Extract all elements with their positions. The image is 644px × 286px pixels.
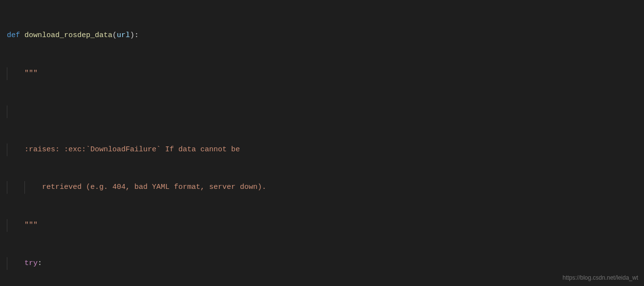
code-line[interactable] (7, 105, 644, 118)
code-line[interactable]: retrieved (e.g. 404, bad YAML format, se… (7, 181, 644, 194)
watermark-text: https://blog.csdn.net/leida_wt (562, 273, 638, 283)
code-line[interactable]: try: (7, 257, 644, 270)
param-url: url (117, 31, 130, 40)
code-line[interactable]: """ (7, 67, 644, 80)
docstring-open: """ (24, 69, 38, 78)
function-name: download_rosdep_data (24, 31, 112, 40)
docstring-line: :raises: :exc:`DownloadFailure` If data … (24, 145, 240, 154)
keyword-def: def (7, 31, 20, 40)
code-line[interactable]: def download_rosdep_data(url): (7, 29, 644, 42)
keyword-try: try (24, 259, 38, 267)
docstring-line: retrieved (e.g. 404, bad YAML format, se… (42, 183, 266, 191)
docstring-close: """ (24, 221, 38, 229)
code-line[interactable]: :raises: :exc:`DownloadFailure` If data … (7, 143, 644, 156)
code-editor[interactable]: def download_rosdep_data(url): """ :rais… (0, 0, 644, 286)
code-line[interactable]: """ (7, 219, 644, 232)
